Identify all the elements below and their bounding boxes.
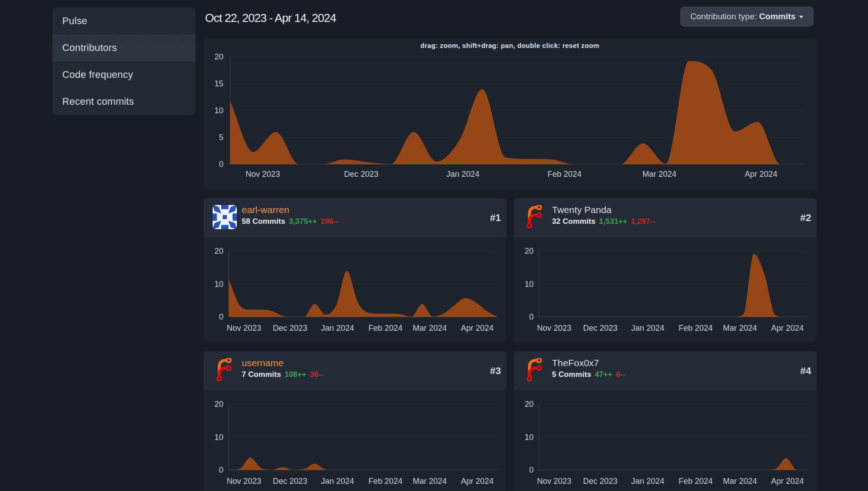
svg-text:Mar 2024: Mar 2024 <box>413 324 447 333</box>
svg-text:10: 10 <box>214 433 223 442</box>
svg-text:Jan 2024: Jan 2024 <box>321 477 354 486</box>
svg-text:0: 0 <box>529 312 534 321</box>
svg-text:Apr 2024: Apr 2024 <box>744 170 777 179</box>
svg-text:Jan 2024: Jan 2024 <box>631 324 664 333</box>
svg-text:Jan 2024: Jan 2024 <box>321 324 354 333</box>
svg-text:Mar 2024: Mar 2024 <box>723 477 757 486</box>
svg-text:0: 0 <box>529 465 534 474</box>
svg-text:Jan 2024: Jan 2024 <box>446 170 479 179</box>
svg-text:15: 15 <box>214 79 223 88</box>
svg-text:0: 0 <box>219 312 223 321</box>
svg-text:drag: zoom, shift+drag: pan, d: drag: zoom, shift+drag: pan, double clic… <box>420 42 599 49</box>
svg-text:Mar 2024: Mar 2024 <box>642 170 676 179</box>
svg-text:10: 10 <box>525 433 534 442</box>
svg-text:10: 10 <box>214 106 223 115</box>
svg-text:0: 0 <box>219 160 223 169</box>
svg-text:Dec 2023: Dec 2023 <box>583 477 617 486</box>
svg-text:Feb 2024: Feb 2024 <box>368 324 402 333</box>
svg-text:Nov 2023: Nov 2023 <box>537 324 571 333</box>
svg-text:20: 20 <box>214 52 223 61</box>
svg-text:Nov 2023: Nov 2023 <box>227 477 261 486</box>
svg-text:20: 20 <box>214 247 223 256</box>
svg-text:Dec 2023: Dec 2023 <box>583 324 617 333</box>
svg-text:20: 20 <box>525 247 534 256</box>
svg-text:Dec 2023: Dec 2023 <box>344 170 378 179</box>
svg-text:5: 5 <box>219 133 223 142</box>
svg-text:Jan 2024: Jan 2024 <box>631 477 664 486</box>
svg-text:20: 20 <box>214 400 223 409</box>
svg-text:Feb 2024: Feb 2024 <box>547 170 582 179</box>
svg-text:Mar 2024: Mar 2024 <box>413 477 447 486</box>
svg-text:Apr 2024: Apr 2024 <box>771 324 804 333</box>
svg-text:10: 10 <box>525 280 534 289</box>
svg-text:Nov 2023: Nov 2023 <box>245 170 280 179</box>
svg-text:Feb 2024: Feb 2024 <box>679 324 713 333</box>
svg-text:Feb 2024: Feb 2024 <box>368 477 402 486</box>
svg-text:Apr 2024: Apr 2024 <box>771 477 804 486</box>
svg-text:Feb 2024: Feb 2024 <box>679 477 713 486</box>
svg-text:Apr 2024: Apr 2024 <box>461 324 493 333</box>
svg-text:Mar 2024: Mar 2024 <box>723 324 757 333</box>
svg-text:Dec 2023: Dec 2023 <box>273 324 307 333</box>
svg-text:10: 10 <box>214 280 223 289</box>
svg-text:20: 20 <box>525 400 534 409</box>
svg-text:Dec 2023: Dec 2023 <box>273 477 307 486</box>
svg-text:Apr 2024: Apr 2024 <box>461 477 493 486</box>
svg-text:Nov 2023: Nov 2023 <box>537 477 571 486</box>
svg-text:0: 0 <box>219 465 223 474</box>
svg-text:Nov 2023: Nov 2023 <box>227 324 261 333</box>
